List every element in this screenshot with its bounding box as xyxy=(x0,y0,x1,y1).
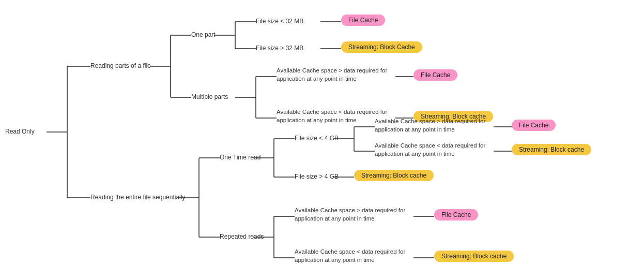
repeated-reads-node: Repeated reads xyxy=(220,233,264,240)
read-only-node: Read Only xyxy=(5,128,35,135)
avail-gt-multi-node: Available Cache space > data required fo… xyxy=(277,66,387,83)
file-lt-32-node: File size < 32 MB xyxy=(256,18,303,25)
one-part-node: One part xyxy=(191,31,216,38)
reading-entire-node: Reading the entire file sequentially xyxy=(90,194,185,201)
badge-streaming-block-cache-1: Streaming: Block Cache xyxy=(341,41,422,53)
badge-streaming-block-cache-3: Streaming: Block cache xyxy=(512,144,591,155)
one-time-read-node: One Time read xyxy=(220,154,260,161)
file-lt-4-node: File size < 4 GB xyxy=(295,135,339,142)
badge-file-cache-3: File Cache xyxy=(512,120,556,131)
avail-lt-one-lt4-node: Available Cache space < data required fo… xyxy=(375,141,485,158)
badge-file-cache-4: File Cache xyxy=(434,209,478,221)
badge-streaming-block-cache-4: Streaming: Block cache xyxy=(354,170,434,181)
file-gt-4-node: File size > 4 GB xyxy=(295,173,339,180)
diagram: Read Only Reading parts of a file Readin… xyxy=(0,0,644,264)
file-gt-32-node: File size > 32 MB xyxy=(256,45,303,52)
badge-file-cache-2: File Cache xyxy=(413,69,457,81)
reading-parts-node: Reading parts of a file xyxy=(90,62,151,69)
avail-lt-rep-node: Available Cache space < data required fo… xyxy=(295,247,405,264)
badge-file-cache-1: File Cache xyxy=(341,14,385,26)
avail-gt-one-lt4-node: Available Cache space > data required fo… xyxy=(375,117,485,134)
avail-gt-rep-node: Available Cache space > data required fo… xyxy=(295,206,405,223)
multiple-parts-node: Multiple parts xyxy=(191,93,228,100)
badge-streaming-block-cache-5: Streaming: Block cache xyxy=(434,251,514,262)
avail-lt-multi-node: Available Cache space < data required fo… xyxy=(277,108,387,124)
